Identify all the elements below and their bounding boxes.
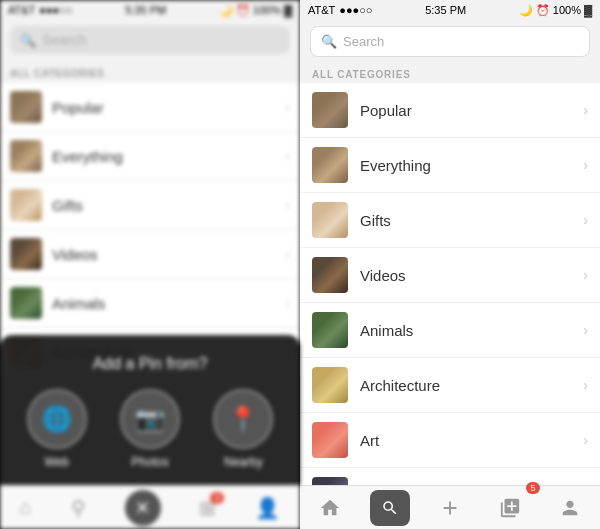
thumb-everything-right (312, 147, 348, 183)
battery-left: 100% (253, 4, 281, 16)
chevron-icon: › (583, 267, 588, 283)
wifi-icon-left: ●●●○○ (39, 4, 72, 16)
list-item[interactable]: Everything › (300, 138, 600, 193)
close-tab-left[interactable]: ✕ (125, 490, 161, 526)
nearby-option[interactable]: 📍 Nearby (213, 389, 273, 469)
photos-label: Photos (131, 455, 168, 469)
category-name: Art (360, 432, 583, 449)
category-name: Animals (360, 322, 583, 339)
add-tab-right[interactable] (428, 486, 472, 530)
search-tab-left[interactable]: ⚲ (71, 496, 86, 520)
chevron-icon: › (285, 99, 290, 115)
web-label: Web (44, 455, 68, 469)
category-name: Animals (52, 295, 285, 312)
list-item[interactable]: Architecture › (300, 358, 600, 413)
category-name: Popular (360, 102, 583, 119)
battery-area-left: 🌙 ⏰ 100% ▓ (219, 4, 292, 17)
list-item[interactable]: Animals › (0, 279, 300, 328)
thumb-everything-left (10, 140, 42, 172)
add-pin-overlay: Add a Pin from? 🌐 Web 📷 Photos 📍 Nearby (0, 335, 300, 485)
list-item[interactable]: Videos › (0, 230, 300, 279)
category-name: Videos (52, 246, 285, 263)
section-label-left: ALL CATEGORIES (0, 60, 300, 83)
thumb-animals-right (312, 312, 348, 348)
carrier-left: AT&T (8, 4, 35, 16)
camera-icon: 📷 (120, 389, 180, 449)
category-list-right: Popular › Everything › Gifts › Videos › … (300, 83, 600, 485)
profile-tab-right[interactable] (548, 486, 592, 530)
nearby-label: Nearby (224, 455, 263, 469)
search-icon-left: 🔍 (20, 33, 36, 48)
search-placeholder-right: Search (343, 34, 384, 49)
time-right: 5:35 PM (425, 4, 466, 16)
list-item[interactable]: Everything › (0, 132, 300, 181)
profile-tab-left[interactable]: 👤 (255, 496, 280, 520)
thumb-popular-left (10, 91, 42, 123)
photos-option[interactable]: 📷 Photos (120, 389, 180, 469)
left-panel: AT&T ●●●○○ 5:35 PM 🌙 ⏰ 100% ▓ 🔍 Search A… (0, 0, 300, 529)
thumb-popular-right (312, 92, 348, 128)
chevron-icon: › (583, 102, 588, 118)
thumb-gifts-right (312, 202, 348, 238)
category-name: Gifts (360, 212, 583, 229)
web-icon: 🌐 (27, 389, 87, 449)
location-icon: 📍 (213, 389, 273, 449)
list-item[interactable]: Art › (300, 413, 600, 468)
chevron-icon: › (583, 322, 588, 338)
search-bar-right[interactable]: 🔍 Search (310, 26, 590, 57)
chevron-icon: › (285, 295, 290, 311)
search-tab-right[interactable] (368, 486, 412, 530)
moon-icon-right: 🌙 (519, 4, 533, 17)
list-item[interactable]: Popular › (300, 83, 600, 138)
add-pin-title: Add a Pin from? (10, 355, 290, 373)
search-icon-right: 🔍 (321, 34, 337, 49)
category-name: Videos (360, 267, 583, 284)
chevron-icon: › (583, 377, 588, 393)
category-name: Popular (52, 99, 285, 116)
list-item[interactable]: Popular › (0, 83, 300, 132)
chevron-icon: › (285, 246, 290, 262)
list-item[interactable]: Gifts › (300, 193, 600, 248)
thumb-animals-left (10, 287, 42, 319)
tab-bar-right: 5 (300, 485, 600, 529)
status-bar-left: AT&T ●●●○○ 5:35 PM 🌙 ⏰ 100% ▓ (0, 0, 300, 20)
chevron-icon: › (583, 157, 588, 173)
home-tab-left[interactable]: ⌂ (19, 496, 31, 519)
thumb-videos-right (312, 257, 348, 293)
section-label-right: ALL CATEGORIES (300, 63, 600, 83)
notifications-tab-right[interactable]: 5 (488, 486, 532, 530)
battery-area-right: 🌙 ⏰ 100% ▓ (519, 4, 592, 17)
wifi-icon-right: ●●●○○ (339, 4, 372, 16)
thumb-gifts-left (10, 189, 42, 221)
carrier-right: AT&T (308, 4, 335, 16)
thumb-architecture-right (312, 367, 348, 403)
chevron-icon: › (285, 148, 290, 164)
chevron-icon: › (285, 197, 290, 213)
list-item[interactable]: Gifts › (0, 181, 300, 230)
carrier-wifi-right: AT&T ●●●○○ (308, 4, 373, 16)
search-active-bg (370, 490, 410, 526)
search-placeholder-left: Search (42, 32, 86, 48)
category-name: Everything (360, 157, 583, 174)
list-item[interactable]: Cars & Motorcycles › (300, 468, 600, 485)
right-panel: AT&T ●●●○○ 5:35 PM 🌙 ⏰ 100% ▓ 🔍 Search A… (300, 0, 600, 529)
home-tab-right[interactable] (308, 486, 352, 530)
thumb-videos-left (10, 238, 42, 270)
notifications-tab-left[interactable]: ⊞ 5 (199, 496, 216, 520)
thumb-cars-right (312, 477, 348, 485)
web-option[interactable]: 🌐 Web (27, 389, 87, 469)
list-item[interactable]: Videos › (300, 248, 600, 303)
battery-icon-left: ▓ (284, 4, 292, 16)
pin-options: 🌐 Web 📷 Photos 📍 Nearby (10, 389, 290, 469)
moon-icon-left: 🌙 (219, 4, 233, 17)
search-bar-left[interactable]: 🔍 Search (10, 26, 290, 54)
chevron-icon: › (583, 212, 588, 228)
chevron-icon: › (583, 432, 588, 448)
category-name: Gifts (52, 197, 285, 214)
list-item[interactable]: Animals › (300, 303, 600, 358)
alarm-icon-left: ⏰ (236, 4, 250, 17)
battery-icon-right: ▓ (584, 4, 592, 16)
tab-bar-left: ⌂ ⚲ ✕ ⊞ 5 👤 (0, 485, 300, 529)
status-bar-right: AT&T ●●●○○ 5:35 PM 🌙 ⏰ 100% ▓ (300, 0, 600, 20)
battery-right: 100% (553, 4, 581, 16)
